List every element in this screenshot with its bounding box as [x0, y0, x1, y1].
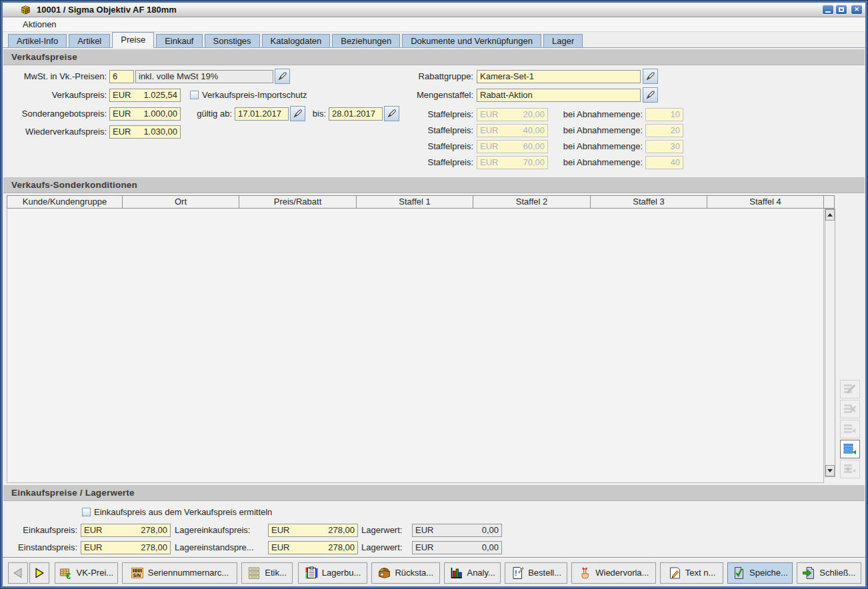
picker-pen-icon	[645, 71, 655, 81]
abnahmemenge-field: 30	[645, 140, 683, 153]
tab-sonstiges[interactable]: Sonstiges	[205, 34, 260, 47]
wiedervorlage-button[interactable]: Wiedervorla...	[571, 562, 656, 584]
mengenstaffel-picker-button[interactable]	[643, 87, 658, 103]
mwst-label: MwSt. in Vk.-Preisen:	[3, 70, 107, 83]
sonderkonditionen-table-body[interactable]	[7, 209, 824, 483]
close-icon: ✕	[854, 6, 859, 13]
close-button[interactable]: ✕	[851, 5, 863, 15]
einstandspreis-field[interactable]: EUR278,00	[81, 541, 171, 554]
etiketten-button[interactable]: Etik...	[241, 562, 293, 584]
bis-date-field[interactable]: 28.01.2017	[329, 107, 383, 121]
tab-katalogdaten[interactable]: Katalogdaten	[262, 34, 331, 47]
tab-beziehungen[interactable]: Beziehungen	[332, 34, 400, 47]
rabattgruppe-field[interactable]: Kamera-Set-1	[477, 70, 641, 83]
text-note-icon	[668, 566, 682, 580]
row-select-icon	[843, 423, 857, 435]
back-arrow-icon	[12, 567, 24, 579]
menu-aktionen[interactable]: Aktionen	[19, 18, 61, 31]
rabattgruppe-label: Rabattgruppe:	[376, 70, 473, 83]
lagerbuchung-button[interactable]: Lagerbu...	[298, 562, 367, 584]
order-document-icon: !	[511, 566, 525, 580]
gueltig-ab-picker-button[interactable]	[290, 106, 305, 121]
speichern-button[interactable]: Speiche...	[727, 562, 792, 584]
importschutz-checkbox[interactable]	[190, 91, 199, 99]
column-header-kunde[interactable]: Kunde/Kundengruppe	[7, 195, 123, 209]
tab-artikel[interactable]: Artikel	[69, 34, 110, 47]
lagereinstandspreis-field[interactable]: EUR278,00	[268, 541, 358, 554]
stock-book-icon	[305, 566, 319, 580]
mwst-description-field: inkl. volle MwSt 19%	[135, 70, 273, 83]
scroll-up-button[interactable]	[825, 209, 835, 221]
analyse-button[interactable]: Analy...	[444, 562, 501, 584]
wiederverkauf-currency: EUR	[113, 126, 131, 138]
table-vertical-scrollbar[interactable]	[825, 209, 835, 477]
bottom-toolbar: € VK-Prei... S/N Seriennummernarc... Eti…	[3, 558, 865, 586]
picker-pen-icon	[277, 71, 287, 81]
lagereinkaufspreis-field[interactable]: EUR278,00	[268, 524, 358, 537]
einkaufspreis-ermitteln-checkbox[interactable]	[82, 508, 91, 516]
text-notiz-button[interactable]: Text n...	[660, 562, 723, 584]
tab-preise[interactable]: Preise	[112, 32, 154, 48]
scroll-down-button[interactable]	[825, 465, 835, 476]
staffelpreis-label: Staffelpreis:	[376, 108, 473, 121]
lagereinstandspreis-label: Lagereinstandspre...	[175, 541, 265, 554]
column-header-ort[interactable]: Ort	[123, 195, 239, 209]
staffelpreis-label: Staffelpreis:	[376, 124, 473, 137]
etiketten-label: Etik...	[265, 568, 287, 578]
picker-pen-icon	[293, 109, 303, 119]
title-bar[interactable]: 10001 / Sigma Objektiv AF 180mm ✕	[3, 3, 865, 17]
abnahmemenge-field: 10	[645, 108, 683, 121]
minimize-icon	[825, 11, 831, 13]
mwst-picker-button[interactable]	[275, 69, 290, 84]
tab-bar: Artikel-Info Artikel Preise Einkauf Sons…	[3, 32, 865, 48]
sonderangebot-field[interactable]: EUR 1.000,00	[109, 107, 181, 121]
lagereinkaufspreis-label: Lagereinkaufspreis:	[175, 524, 265, 537]
column-header-preis-rabatt[interactable]: Preis/Rabatt	[239, 195, 357, 209]
rabattgruppe-picker-button[interactable]	[643, 69, 658, 84]
lagerbuchung-label: Lagerbu...	[322, 568, 361, 578]
lagerwert-label: Lagerwert:	[361, 524, 409, 537]
seriennummernarchiv-button[interactable]: S/N Seriennummernarc...	[122, 562, 237, 584]
vk-preise-button[interactable]: € VK-Prei...	[55, 562, 118, 584]
row-insert-button[interactable]	[840, 440, 860, 458]
gueltig-ab-date-field[interactable]: 17.01.2017	[235, 107, 289, 121]
staffelpreis-field: EUR40,00	[477, 124, 548, 137]
schliessen-label: Schließ...	[819, 568, 855, 578]
section-header-verkaufspreise: Verkaufspreise	[3, 49, 865, 65]
mengenstaffel-field[interactable]: Rabatt-Aktion	[477, 89, 641, 102]
staffelpreis-field: EUR70,00	[477, 156, 548, 169]
tab-dokumente[interactable]: Dokumente und Verknüpfungen	[402, 34, 541, 47]
einstandspreis-label: Einstandspreis:	[3, 541, 77, 554]
verkaufspreis-field[interactable]: EUR 1.025,54	[109, 89, 181, 102]
navigate-forward-button[interactable]	[29, 562, 49, 584]
schliessen-button[interactable]: Schließ...	[797, 562, 861, 584]
abnahmemenge-label: bei Abnahmemenge:	[549, 124, 643, 137]
column-header-staffel-2[interactable]: Staffel 2	[473, 195, 591, 209]
bestellungen-button[interactable]: ! Bestell...	[505, 562, 567, 584]
backorder-box-icon	[377, 566, 391, 580]
tab-lager[interactable]: Lager	[543, 34, 583, 47]
lagerwert-field: EUR0,00	[412, 541, 502, 554]
column-header-staffel-1[interactable]: Staffel 1	[357, 195, 473, 209]
tab-einkauf[interactable]: Einkauf	[156, 34, 202, 47]
price-table-icon: €	[59, 566, 73, 580]
einkaufspreis-ermitteln-label: Einkaufspreis aus dem Verkaufspreis ermi…	[94, 506, 272, 519]
rueckstand-button[interactable]: Rücksta...	[371, 562, 440, 584]
mwst-input[interactable]: 6	[109, 70, 134, 83]
wiederverkauf-field[interactable]: EUR 1.030,00	[109, 125, 181, 139]
einkaufspreis-label: Einkaufspreis:	[3, 524, 77, 537]
row-insert-icon	[843, 443, 857, 455]
section-header-sonderkonditionen: Verkaufs-Sonderkonditionen	[3, 177, 865, 193]
analyse-label: Analy...	[467, 568, 495, 578]
column-header-staffel-3[interactable]: Staffel 3	[591, 195, 707, 209]
product-cube-icon	[20, 4, 31, 15]
maximize-button[interactable]	[835, 5, 847, 15]
column-header-staffel-4[interactable]: Staffel 4	[707, 195, 824, 209]
minimize-button[interactable]	[822, 5, 834, 15]
staffelpreis-field: EUR60,00	[477, 140, 548, 153]
tab-artikel-info[interactable]: Artikel-Info	[8, 34, 67, 47]
sonderangebot-currency: EUR	[113, 108, 131, 120]
picker-pen-icon	[645, 90, 655, 100]
row-edit-button	[840, 380, 860, 398]
einkaufspreis-field[interactable]: EUR278,00	[81, 524, 171, 537]
